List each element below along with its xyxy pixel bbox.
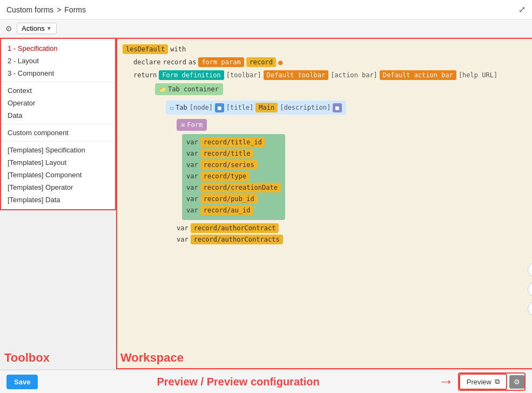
breadcrumb-sep: > <box>57 5 61 14</box>
var-pub-id: record/pub_id <box>200 194 258 204</box>
as-kw: as <box>188 58 196 66</box>
header: Custom forms > Forms ⤢ <box>0 0 532 19</box>
workspace-overlay-label: Workspace <box>120 351 184 365</box>
toolbox-item-component[interactable]: 3 - Component <box>1 67 115 79</box>
preview-external-icon: ⧉ <box>495 377 500 386</box>
var-type: record/type <box>200 171 250 181</box>
record-param-tag: record <box>246 57 276 67</box>
tab-main-tag: Main <box>255 103 278 112</box>
declare-kw: declare <box>133 58 161 66</box>
toolbox-item-custom-component[interactable]: Custom component <box>1 126 115 139</box>
toolbar-bracket: [toolbar] <box>226 71 261 79</box>
var-au-id: record/au_id <box>200 205 254 215</box>
var-row-7: var record/au_id <box>186 205 281 215</box>
preview-label: Preview <box>467 378 491 386</box>
preview-config-label: Preview / Preview configuration <box>38 376 438 388</box>
preview-gear-button[interactable]: ⚙ <box>509 375 524 389</box>
code-line-2: declare record as form param record ● <box>133 57 532 67</box>
tab-block: ☐ Tab [node] ■ [title] Main [description… <box>166 101 346 115</box>
tab-container-icon: 📁 <box>159 86 166 92</box>
toolbox-panel: 1 - Specification 2 - Layout 3 - Compone… <box>0 38 116 369</box>
toolbox-item-tmpl-spec[interactable]: [Templates] Specification <box>1 144 115 156</box>
var-kw-7: var <box>186 207 198 214</box>
return-kw: return <box>133 71 157 79</box>
var-title-id: record/title_id <box>200 137 265 147</box>
toolbox-item-specification[interactable]: 1 - Specification <box>1 42 115 55</box>
node-tag: ■ <box>215 103 224 112</box>
expand-icon[interactable]: ⤢ <box>518 4 526 15</box>
var-author-contract: var record/authorContract <box>177 223 532 233</box>
var-outer-row-1: var record/authorContract var record/aut… <box>177 223 532 244</box>
zoom-out-button[interactable]: − <box>528 301 532 316</box>
tab-desc-bracket: [description] <box>280 104 331 111</box>
preview-button[interactable]: Preview ⧉ <box>459 374 507 390</box>
var-row-2: var record/title <box>186 149 281 158</box>
form-container: var record/title_id var record/title var… <box>182 134 285 220</box>
zoom-in-button[interactable]: + <box>528 282 532 297</box>
var-kw-9: var <box>177 236 188 243</box>
var-kw-6: var <box>186 195 198 203</box>
toolbox-item-data[interactable]: Data <box>1 109 115 122</box>
save-button[interactable]: Save <box>6 375 38 389</box>
form-param-tag: form param <box>198 57 244 67</box>
breadcrumb-current: Forms <box>64 5 86 14</box>
toolbox-item-tmpl-layout[interactable]: [Templates] Layout <box>1 156 115 169</box>
tab-container-block: 📁 Tab container <box>155 83 223 95</box>
toolbox: 1 - Specification 2 - Layout 3 - Compone… <box>0 38 116 210</box>
var-kw-5: var <box>186 184 198 191</box>
workspace[interactable]: lesDefault with declare record as form p… <box>116 38 532 369</box>
form-block-row: ≡ Form <box>177 119 532 133</box>
arrow-right-icon: → <box>439 373 454 390</box>
tab-container-label: Tab container <box>168 85 219 93</box>
workspace-wrapper: lesDefault with declare record as form p… <box>116 38 532 369</box>
toolbox-item-tmpl-component[interactable]: [Templates] Component <box>1 169 115 181</box>
tab-label: Tab <box>176 104 187 111</box>
default-toolbar-tag: Default toolbar <box>264 70 328 80</box>
var-author-contracts-tag: record/authorContracts <box>191 235 283 244</box>
toolbox-item-operator[interactable]: Operator <box>1 97 115 109</box>
breadcrumb: Custom forms > Forms <box>6 5 86 14</box>
toolbox-item-tmpl-data[interactable]: [Templates] Data <box>1 194 115 206</box>
bottom-bar: Save Preview / Preview configuration → P… <box>0 369 532 393</box>
actions-dropdown-icon: ▼ <box>46 25 52 31</box>
help-bracket: [help URL] <box>459 71 497 79</box>
form-icon: ≡ <box>181 121 185 129</box>
form-block: ≡ Form <box>177 119 207 131</box>
breadcrumb-home[interactable]: Custom forms <box>6 5 53 14</box>
var-creation-date: record/creationDate <box>200 183 281 192</box>
toolbox-item-context[interactable]: Context <box>1 84 115 97</box>
var-kw-3: var <box>186 161 198 169</box>
var-title: record/title <box>200 149 254 158</box>
default-action-tag: Default action bar <box>380 70 456 80</box>
var-kw-2: var <box>186 150 198 157</box>
workspace-controls: ⊙ + − 🗑 <box>528 262 532 336</box>
var-row-4: var record/type <box>186 171 281 181</box>
main-layout: 1 - Specification 2 - Layout 3 - Compone… <box>0 38 532 369</box>
with-kw: with <box>170 45 186 53</box>
var-row-1: var record/title_id <box>186 137 281 147</box>
tab-row: ☐ Tab [node] ■ [title] Main [description… <box>166 101 532 117</box>
toolbar-settings-icon: ⚙ <box>5 24 12 33</box>
var-row-6: var record/pub_id <box>186 194 281 204</box>
code-line-3: return Form definition [toolbar] Default… <box>133 70 532 80</box>
var-row-3: var record/series <box>186 160 281 170</box>
form-def-tag: Form definition <box>159 70 224 80</box>
toolbox-overlay-label: Toolbox <box>4 351 50 365</box>
var-series: record/series <box>200 160 258 170</box>
delete-button[interactable]: 🗑 <box>528 321 532 336</box>
tab-node-bracket: [node] <box>190 104 213 111</box>
actions-label: Actions <box>22 24 45 32</box>
zoom-reset-button[interactable]: ⊙ <box>528 262 532 277</box>
toolbox-item-layout[interactable]: 2 - Layout <box>1 55 115 67</box>
actions-button[interactable]: Actions ▼ <box>17 23 57 34</box>
action-bracket: [action bar] <box>331 71 378 79</box>
preview-section: → Preview ⧉ ⚙ <box>439 372 526 391</box>
desc-tag: ■ <box>333 103 342 112</box>
var-kw-4: var <box>186 172 198 180</box>
tab-title-bracket: [title] <box>226 104 254 111</box>
tab-container-row: 📁 Tab container <box>155 83 532 98</box>
var-author-contract-tag: record/authorContract <box>191 223 279 233</box>
toolbox-item-tmpl-operator[interactable]: [Templates] Operator <box>1 181 115 194</box>
preview-button-group: Preview ⧉ ⚙ <box>458 372 526 391</box>
var-kw-8: var <box>177 224 188 232</box>
